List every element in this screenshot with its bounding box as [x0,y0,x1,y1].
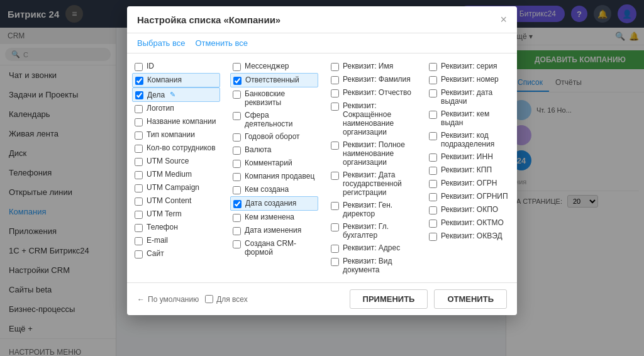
edit-deals-icon[interactable]: ✎ [170,91,175,99]
field-messenger-checkbox[interactable] [233,63,241,71]
field-activity-checkbox[interactable] [233,112,241,120]
field-req-issue-date[interactable]: Реквизит: дата выдачи [426,86,514,108]
field-req-doc-type-checkbox[interactable] [331,258,339,266]
field-turnover-checkbox[interactable] [233,133,241,142]
field-utm-content[interactable]: UTM Content [132,194,220,208]
field-responsible[interactable]: Ответственный [230,73,318,87]
field-req-inn[interactable]: Реквизит: ИНН [426,150,514,164]
field-deals[interactable]: Дела ✎ [132,87,220,102]
field-comment-checkbox[interactable] [233,160,241,168]
field-req-kpp[interactable]: Реквизит: КПП [426,164,514,177]
field-utm-term[interactable]: UTM Term [132,208,220,221]
field-req-kpp-checkbox[interactable] [429,167,437,175]
field-req-lastname[interactable]: Реквизит: Фамилия [328,73,416,86]
field-bank-details-checkbox[interactable] [233,91,241,99]
field-req-accountant[interactable]: Реквизит: Гл. бухгалтер [328,220,416,242]
field-site-checkbox[interactable] [135,250,143,259]
field-company-name-checkbox[interactable] [135,118,143,126]
field-logo-checkbox[interactable] [135,105,143,113]
cancel-button[interactable]: ОТМЕНИТЬ [434,289,507,309]
field-req-number[interactable]: Реквизит: номер [426,73,514,86]
field-req-issue-date-checkbox[interactable] [429,89,437,97]
field-req-ogrnip[interactable]: Реквизит: ОГРНИП [426,190,514,203]
field-req-okved-checkbox[interactable] [429,233,437,241]
field-req-dept-code-checkbox[interactable] [429,132,437,140]
field-responsible-checkbox[interactable] [233,77,242,85]
field-utm-content-checkbox[interactable] [135,197,143,206]
field-created-date-checkbox[interactable] [233,200,242,208]
field-modified-date-checkbox[interactable] [233,227,241,235]
field-employees[interactable]: Кол-во сотрудников [132,142,220,155]
field-req-address[interactable]: Реквизит: Адрес [328,242,416,255]
field-company-type-checkbox[interactable] [135,131,143,140]
field-req-patronymic[interactable]: Реквизит: Отчество [328,86,416,99]
field-utm-term-checkbox[interactable] [135,211,143,219]
field-company-checkbox[interactable] [135,77,143,85]
field-email-checkbox[interactable] [135,237,143,245]
select-all-link[interactable]: Выбрать все [137,38,185,48]
field-req-number-checkbox[interactable] [429,76,437,84]
field-currency[interactable]: Валюта [230,143,318,157]
modal-close-button[interactable]: × [500,14,507,25]
apply-button[interactable]: ПРИМЕНИТЬ [350,289,428,309]
field-modified-date[interactable]: Дата изменения [230,224,318,237]
field-req-oktmo-checkbox[interactable] [429,220,437,228]
field-req-dept-code[interactable]: Реквизит: код подразделения [426,129,514,150]
field-req-short-name[interactable]: Реквизит: Сокращённое наименование орган… [328,99,416,138]
field-req-issued-by[interactable]: Реквизит: кем выдан [426,108,514,129]
field-req-name[interactable]: Реквизит: Имя [328,60,416,73]
field-created-by-checkbox[interactable] [233,186,241,194]
field-comment[interactable]: Комментарий [230,157,318,170]
field-req-okpo-checkbox[interactable] [429,206,437,214]
field-deals-checkbox[interactable] [135,91,143,99]
field-req-series-checkbox[interactable] [429,63,437,71]
field-req-accountant-checkbox[interactable] [331,223,339,231]
field-site[interactable]: Сайт [132,247,220,260]
field-req-oktmo[interactable]: Реквизит: ОКТМО [426,216,514,230]
field-modified-by[interactable]: Кем изменена [230,211,318,224]
field-seller-company[interactable]: Компания продавец [230,170,318,183]
field-activity[interactable]: Сфера деятельности [230,109,318,130]
field-req-okpo[interactable]: Реквизит: ОКПО [426,203,514,216]
field-req-lastname-checkbox[interactable] [331,76,339,84]
field-req-director-checkbox[interactable] [331,202,339,210]
field-utm-medium[interactable]: UTM Medium [132,168,220,181]
field-req-full-name-checkbox[interactable] [331,142,339,150]
field-utm-campaign[interactable]: UTM Campaign [132,181,220,194]
field-req-patronymic-checkbox[interactable] [331,89,339,97]
field-created-date[interactable]: Дата создания [230,196,318,211]
field-currency-checkbox[interactable] [233,147,241,155]
field-req-ogrn[interactable]: Реквизит: ОГРН [426,177,514,190]
field-company[interactable]: Компания [132,73,220,87]
field-req-reg-date-checkbox[interactable] [331,172,339,180]
field-phone-checkbox[interactable] [135,224,143,232]
field-utm-source[interactable]: UTM Source [132,155,220,168]
field-req-series[interactable]: Реквизит: серия [426,60,514,73]
field-phone[interactable]: Телефон [132,221,220,234]
field-req-full-name[interactable]: Реквизит: Полное наименование организаци… [328,138,416,169]
field-employees-checkbox[interactable] [135,145,143,153]
field-req-okved[interactable]: Реквизит: ОКВЭД [426,230,514,243]
field-company-type[interactable]: Тип компании [132,128,220,142]
field-req-ogrn-checkbox[interactable] [429,180,437,188]
field-req-reg-date[interactable]: Реквизит: Дата государственной регистрац… [328,169,416,199]
field-crm-form-checkbox[interactable] [233,240,241,248]
field-req-name-checkbox[interactable] [331,63,339,71]
field-modified-by-checkbox[interactable] [233,214,241,222]
for-all-checkbox[interactable] [205,295,213,303]
field-req-director[interactable]: Реквизит: Ген. директор [328,199,416,220]
field-utm-campaign-checkbox[interactable] [135,184,143,192]
field-req-ogrnip-checkbox[interactable] [429,193,437,201]
field-utm-medium-checkbox[interactable] [135,171,143,179]
field-req-doc-type[interactable]: Реквизит: Вид документа [328,255,416,276]
field-req-short-name-checkbox[interactable] [331,103,339,111]
field-email[interactable]: E-mail [132,234,220,247]
field-req-issued-by-checkbox[interactable] [429,111,437,119]
field-req-address-checkbox[interactable] [331,245,339,253]
field-id[interactable]: ID [132,60,220,73]
field-crm-form[interactable]: Создана CRM-формой [230,237,318,259]
field-logo[interactable]: Логотип [132,102,220,115]
field-company-name[interactable]: Название компании [132,115,220,128]
field-created-by[interactable]: Кем создана [230,183,318,196]
field-turnover[interactable]: Годовой оборот [230,130,318,143]
